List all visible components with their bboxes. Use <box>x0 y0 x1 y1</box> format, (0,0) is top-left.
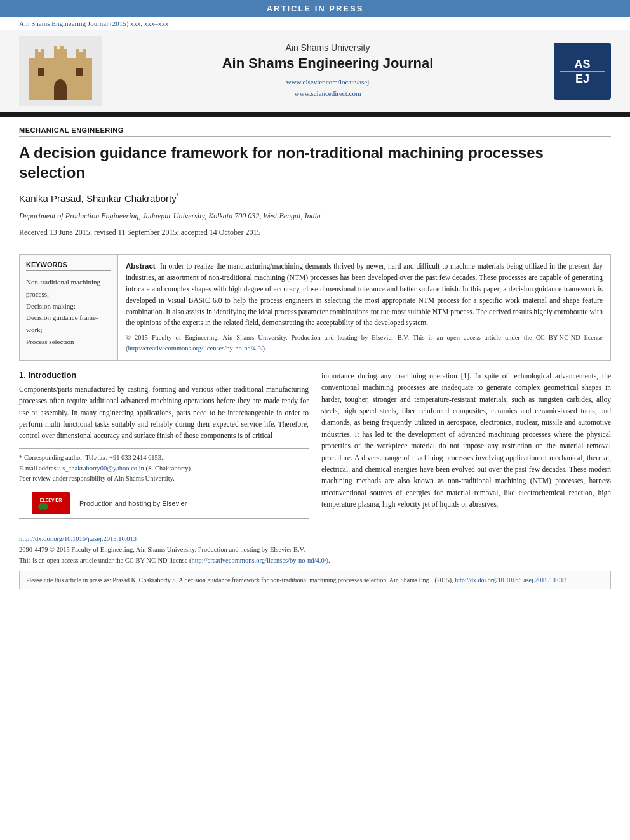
email-link[interactable]: s_chakraborty00@yahoo.co.in <box>62 465 144 472</box>
svg-rect-5 <box>41 49 44 54</box>
article-in-press-banner: ARTICLE IN PRESS <box>0 0 630 17</box>
svg-text:EJ: EJ <box>575 72 589 85</box>
footer-citation-box: Please cite this article in press as: Pr… <box>19 571 611 589</box>
university-logo-left: Ain Shams University <box>19 36 102 106</box>
article-title: A decision guidance framework for non-tr… <box>19 143 611 182</box>
elsevier-hosting-text: Production and hosting by Elsevier <box>79 500 187 507</box>
main-content: MECHANICAL ENGINEERING A decision guidan… <box>0 117 630 531</box>
abstract-box: Abstract In order to realize the manufac… <box>118 255 610 359</box>
website-link-2[interactable]: www.sciencedirect.com <box>295 90 361 97</box>
svg-rect-12 <box>38 68 44 76</box>
abstract-body: In order to realize the manufacturing/ma… <box>126 262 603 326</box>
keywords-box: KEYWORDS Non-traditional machining proce… <box>20 255 118 359</box>
asej-logo: AS EJ <box>554 43 611 100</box>
footer-open-access: This is an open access article under the… <box>19 557 330 564</box>
svg-rect-3 <box>76 52 86 68</box>
svg-rect-4 <box>35 49 38 54</box>
footer-doi: http://dx.doi.org/10.1016/j.asej.2015.10… <box>0 531 630 543</box>
journal-link-line[interactable]: Ain Shams Engineering Journal (2015) xxx… <box>0 17 630 30</box>
footnote-email: E-mail address: s_chakraborty00@yahoo.co… <box>19 463 309 474</box>
svg-rect-7 <box>60 46 64 50</box>
keyword-3: Decision guidance frame-work; <box>26 312 111 335</box>
intro-left-text: Components/parts manufactured by casting… <box>19 383 309 442</box>
col-left: 1. Introduction Components/parts manufac… <box>19 370 309 519</box>
footer-license-link[interactable]: http://creativecommons.org/licenses/by-n… <box>191 557 326 564</box>
abstract-keywords-section: KEYWORDS Non-traditional machining proce… <box>19 254 611 360</box>
intro-heading: 1. Introduction <box>19 370 309 380</box>
author-star: * <box>177 192 179 199</box>
website-link-1[interactable]: www.elsevier.com/locate/asej <box>286 78 370 86</box>
affiliation: Department of Production Engineering, Ja… <box>19 210 611 222</box>
citation-doi-link[interactable]: http://dx.doi.org/10.1016/j.asej.2015.10… <box>455 577 566 583</box>
svg-rect-13 <box>76 68 83 76</box>
footnote-section: * Corresponding author. Tel./fax: +91 03… <box>19 448 309 484</box>
abstract-text: Abstract In order to realize the manufac… <box>126 261 603 329</box>
svg-text:AS: AS <box>574 58 590 70</box>
svg-rect-22 <box>42 509 44 512</box>
svg-rect-9 <box>83 49 86 54</box>
copyright-text: © 2015 Faculty of Engineering, Ain Shams… <box>126 333 603 354</box>
two-column-section: 1. Introduction Components/parts manufac… <box>19 370 611 519</box>
svg-rect-6 <box>54 46 57 50</box>
elsevier-banner: ELSEVIER Production and hosting by Elsev… <box>19 488 309 519</box>
svg-rect-8 <box>76 49 79 54</box>
received-line: Received 13 June 2015; revised 11 Septem… <box>19 228 611 244</box>
footer-copyright: 2090-4479 © 2015 Faculty of Engineering,… <box>0 543 630 568</box>
doi-link[interactable]: http://dx.doi.org/10.1016/j.asej.2015.10… <box>19 535 137 542</box>
header: Ain Shams University Ain Shams Universit… <box>0 30 630 114</box>
svg-rect-19 <box>32 492 70 514</box>
journal-title: Ain Shams Engineering Journal <box>114 55 541 72</box>
abstract-label: Abstract <box>126 262 156 270</box>
authors-line: Kanika Prasad, Shankar Chakraborty* <box>19 192 611 204</box>
keywords-list: Non-traditional machining process; Decis… <box>26 276 111 347</box>
footer-issn: 2090-4479 © 2015 Faculty of Engineering,… <box>19 546 305 553</box>
keywords-title: KEYWORDS <box>26 261 111 271</box>
authors-text: Kanika Prasad, Shankar Chakraborty <box>19 193 177 204</box>
svg-rect-18 <box>560 71 605 72</box>
footnote-peer-review: Peer review under responsibility of Ain … <box>19 474 309 484</box>
svg-rect-2 <box>54 49 67 68</box>
keyword-2: Decision making; <box>26 300 111 312</box>
keyword-1: Non-traditional machining process; <box>26 276 111 300</box>
keyword-4: Process selection <box>26 336 111 348</box>
svg-rect-11 <box>54 87 67 100</box>
svg-rect-1 <box>35 52 44 68</box>
footnote-corresponding: * Corresponding author. Tel./fax: +91 03… <box>19 453 309 463</box>
intro-right-text: importance during any machining operatio… <box>321 370 611 510</box>
svg-text:Ain Shams University: Ain Shams University <box>39 102 82 103</box>
university-name: Ain Shams University <box>114 43 541 53</box>
elsevier-logo: ELSEVIER <box>32 492 70 514</box>
section-label: MECHANICAL ENGINEERING <box>19 126 611 137</box>
header-center: Ain Shams University Ain Shams Engineeri… <box>102 43 554 99</box>
col-right: importance during any machining operatio… <box>321 370 611 519</box>
license-link[interactable]: http://creativecommons.org/licenses/by-n… <box>128 345 263 352</box>
svg-text:ELSEVIER: ELSEVIER <box>40 498 62 502</box>
